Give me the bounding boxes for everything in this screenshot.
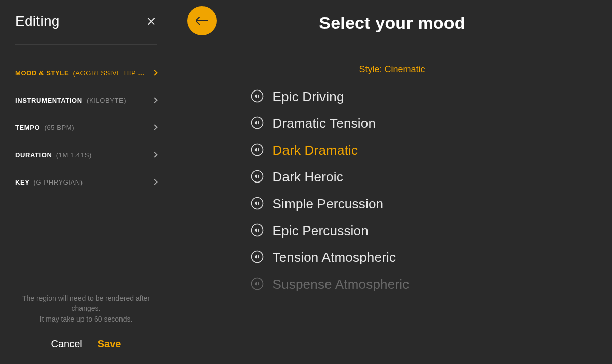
preview-button[interactable] [251,116,264,131]
param-label-text: MOOD & STYLE [15,69,69,77]
chevron-right-icon [152,179,157,185]
param-label: KEY (G PHRYGIAN) [15,178,149,186]
speaker-icon [251,116,264,129]
svg-point-5 [251,224,263,236]
param-label: DURATION (1M 1.41S) [15,151,149,159]
close-icon[interactable] [146,16,157,27]
style-line: Style: Cinematic [192,64,592,75]
param-label-text: TEMPO [15,124,40,131]
style-prefix: Style: [359,64,384,74]
speaker-icon [251,89,264,103]
mood-name: Epic Driving [273,89,344,105]
param-value: (G PHRYGIAN) [34,178,83,186]
param-row-tempo[interactable]: TEMPO (65 BPM) [15,114,157,141]
mood-list: Epic Driving Dramatic Tension Dark Drama… [251,89,534,292]
speaker-icon [251,143,264,156]
param-label-text: DURATION [15,151,52,159]
param-label-text: INSTRUMENTATION [15,97,83,104]
param-label: MOOD & STYLE (AGGRESSIVE HIP H… [15,69,149,77]
param-row-mood-style[interactable]: MOOD & STYLE (AGGRESSIVE HIP H… [15,59,157,86]
chevron-right-icon [152,152,157,157]
speaker-icon [251,277,264,290]
svg-point-3 [251,170,263,182]
preview-button[interactable] [251,223,264,239]
param-row-duration[interactable]: DURATION (1M 1.41S) [15,141,157,168]
mood-item[interactable]: Suspense Atmospheric [251,277,534,292]
preview-button[interactable] [251,143,264,158]
back-button[interactable] [187,6,217,35]
svg-point-6 [251,251,263,262]
mood-name: Dark Dramatic [273,143,358,158]
speaker-icon [251,170,264,183]
param-value: (65 BPM) [44,124,74,131]
main-panel: Select your mood Style: Cinematic Epic D… [172,0,612,364]
mood-name: Simple Percussion [273,196,384,212]
param-label: TEMPO (65 BPM) [15,124,149,131]
param-value: (KILOBYTE) [87,97,126,104]
svg-point-2 [251,144,263,155]
chevron-right-icon [152,124,157,130]
param-value: (AGGRESSIVE HIP H… [73,69,149,77]
mood-item[interactable]: Dark Dramatic [251,143,534,158]
mood-item[interactable]: Epic Percussion [251,223,534,239]
chevron-right-icon [152,97,157,103]
speaker-icon [251,223,264,237]
svg-point-1 [251,117,263,128]
speaker-icon [251,197,264,210]
svg-point-0 [251,90,263,102]
param-label-text: KEY [15,178,29,186]
mood-name: Epic Percussion [273,223,369,239]
preview-button[interactable] [251,277,264,292]
mood-name: Dark Heroic [273,169,343,185]
mood-name: Tension Atmospheric [273,250,396,265]
param-row-key[interactable]: KEY (G PHRYGIAN) [15,168,157,196]
param-label: INSTRUMENTATION (KILOBYTE) [15,97,149,104]
param-value: (1M 1.41S) [56,151,92,159]
mood-item[interactable]: Simple Percussion [251,196,534,212]
arrow-left-icon [196,17,208,25]
mood-name: Dramatic Tension [273,116,376,131]
list-fade-overlay [172,283,612,364]
preview-button[interactable] [251,170,264,185]
params-list: MOOD & STYLE (AGGRESSIVE HIP H…INSTRUMEN… [15,59,157,196]
svg-point-4 [251,197,263,209]
save-button[interactable]: Save [98,338,121,350]
mood-item[interactable]: Epic Driving [251,89,534,105]
preview-button[interactable] [251,197,264,212]
render-note-line1: The region will need to be rendered afte… [15,293,157,314]
render-note-line2: It may take up to 60 seconds. [15,314,157,324]
mood-name: Suspense Atmospheric [273,277,410,292]
cancel-button[interactable]: Cancel [51,338,83,350]
svg-point-7 [251,278,263,289]
render-note: The region will need to be rendered afte… [15,293,157,324]
preview-button[interactable] [251,250,264,265]
editing-sidebar: Editing MOOD & STYLE (AGGRESSIVE HIP H…I… [0,0,172,364]
chevron-right-icon [152,70,157,75]
main-title: Select your mood [192,13,592,33]
style-value: Cinematic [385,64,425,74]
speaker-icon [251,250,264,263]
preview-button[interactable] [251,89,264,105]
mood-item[interactable]: Dramatic Tension [251,116,534,131]
sidebar-title: Editing [15,13,60,29]
param-row-instrumentation[interactable]: INSTRUMENTATION (KILOBYTE) [15,86,157,114]
mood-item[interactable]: Tension Atmospheric [251,250,534,265]
mood-item[interactable]: Dark Heroic [251,169,534,185]
